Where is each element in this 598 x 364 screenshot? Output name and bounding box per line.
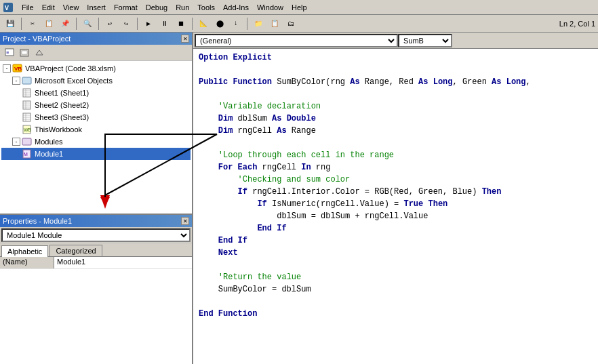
props-val-name[interactable]: Module1 <box>54 257 192 268</box>
toolbar-stop[interactable]: ⏹ <box>174 16 188 31</box>
tree-vbaproject-label: VBAProject (Code 38.xlsm) <box>25 64 116 73</box>
props-object-dropdown[interactable]: Module1 Module <box>1 228 191 242</box>
menu-tools[interactable]: Tools <box>193 2 219 13</box>
properties-titlebar: Properties - Module1 ✕ <box>0 215 192 227</box>
toolbar-pause[interactable]: ⏸ <box>157 16 172 31</box>
sheet1-icon <box>22 87 33 98</box>
menu-debug[interactable]: Debug <box>142 2 172 13</box>
tree-module1[interactable]: M Module1 <box>1 148 191 160</box>
toolbar-props[interactable]: 📋 <box>267 16 282 31</box>
project-close-button[interactable]: ✕ <box>181 35 189 43</box>
toolbar-run[interactable]: ▶ <box>141 16 156 31</box>
toolbar-find[interactable]: 🔍 <box>80 16 95 31</box>
svg-marker-6 <box>36 50 43 55</box>
tree-vbaproject[interactable]: - VB VBAProject (Code 38.xlsm) <box>1 62 191 75</box>
sep6 <box>247 18 247 30</box>
tree-sheet3[interactable]: Sheet3 (Sheet3) <box>1 111 191 123</box>
view-code-btn[interactable]: ≡ <box>3 47 16 59</box>
thisworkbook-icon: WB <box>22 124 33 135</box>
toggle-folders-btn[interactable] <box>33 47 46 59</box>
props-key-name: (Name) <box>0 257 54 268</box>
toolbar-redo[interactable]: ↪ <box>119 16 134 31</box>
proc-dropdown[interactable]: SumB <box>398 34 452 47</box>
menu-edit[interactable]: Edit <box>38 2 59 13</box>
app-logo: V <box>3 2 14 13</box>
props-table: (Name) Module1 <box>0 256 192 364</box>
sep2 <box>76 18 77 30</box>
cursor-position: Ln 2, Col 1 <box>559 20 595 28</box>
tree-sheet2-label: Sheet2 (Sheet2) <box>35 101 89 109</box>
toolbar-paste[interactable]: 📌 <box>58 16 73 31</box>
tab-categorized[interactable]: Categorized <box>49 245 102 256</box>
project-tree: - VB VBAProject (Code 38.xlsm) - Microso… <box>0 61 192 214</box>
svg-text:WB: WB <box>24 127 32 132</box>
toolbar-undo[interactable]: ↩ <box>102 16 117 31</box>
project-titlebar: Project - VBAProject ✕ <box>0 33 192 45</box>
tree-sheet1-label: Sheet1 (Sheet1) <box>35 89 89 97</box>
svg-text:≡: ≡ <box>6 50 9 56</box>
code-editor[interactable]: Option Explicit Public Function SumByCol… <box>193 49 598 364</box>
tree-sheet1[interactable]: Sheet1 (Sheet1) <box>1 87 191 99</box>
menu-run[interactable]: Run <box>172 2 193 13</box>
toolbar: 💾 ✂ 📋 📌 🔍 ↩ ↪ ▶ ⏸ ⏹ 📐 ⬤ ↓ 📁 📋 🗂 Ln 2, Co… <box>0 15 598 33</box>
toolbar-proj[interactable]: 📁 <box>251 16 266 31</box>
code-toolbar: (General) SumB <box>193 33 598 49</box>
tree-excel-objects-label: Microsoft Excel Objects <box>35 77 113 85</box>
view-object-btn[interactable] <box>18 47 31 59</box>
props-tabs: Alphabetic Categorized <box>0 243 192 256</box>
main-layout: Project - VBAProject ✕ ≡ - <box>0 33 598 364</box>
toolbar-obj[interactable]: 🗂 <box>283 16 298 31</box>
svg-text:M: M <box>24 152 28 157</box>
sheet2-icon <box>22 100 33 110</box>
props-toolbar: Module1 Module <box>0 227 192 243</box>
sep3 <box>98 18 99 30</box>
toolbar-copy[interactable]: 📋 <box>41 16 56 31</box>
toolbar-step[interactable]: ↓ <box>228 16 243 31</box>
menu-file[interactable]: File <box>18 2 38 13</box>
tab-alphabetic[interactable]: Alphabetic <box>1 245 48 257</box>
toolbar-cut[interactable]: ✂ <box>25 16 40 31</box>
project-toolbar: ≡ <box>0 45 192 61</box>
svg-rect-27 <box>22 138 31 145</box>
sheet3-icon <box>22 112 33 123</box>
sep1 <box>21 18 22 30</box>
toolbar-save[interactable]: 💾 <box>3 16 18 31</box>
menu-view[interactable]: View <box>59 2 83 13</box>
code-panel: (General) SumB Option Explicit Public Fu… <box>193 33 598 364</box>
tree-sheet2[interactable]: Sheet2 (Sheet2) <box>1 99 191 111</box>
menu-addins[interactable]: Add-Ins <box>219 2 253 13</box>
tree-thisworkbook-label: ThisWorkbook <box>35 125 82 134</box>
toolbar-design[interactable]: 📐 <box>196 16 211 31</box>
tree-modules[interactable]: - Modules <box>1 136 191 148</box>
tree-thisworkbook[interactable]: WB ThisWorkbook <box>1 123 191 136</box>
module1-icon: M <box>22 148 33 159</box>
expand-vbaproject[interactable]: - <box>3 64 11 73</box>
props-row-name: (Name) Module1 <box>0 257 192 269</box>
menu-window[interactable]: Window <box>253 2 287 13</box>
tree-excel-objects[interactable]: - Microsoft Excel Objects <box>1 75 191 87</box>
tree-sheet3-label: Sheet3 (Sheet3) <box>35 113 89 121</box>
project-title: Project - VBAProject <box>3 35 71 43</box>
excel-objects-icon <box>22 75 33 86</box>
sep4 <box>137 18 138 30</box>
tree-module1-label: Module1 <box>35 150 63 158</box>
object-dropdown[interactable]: (General) <box>195 34 398 47</box>
modules-icon <box>22 136 33 147</box>
expand-excel-objects[interactable]: - <box>12 77 20 85</box>
menu-insert[interactable]: Insert <box>83 2 110 13</box>
expand-modules[interactable]: - <box>12 138 20 146</box>
left-panel: Project - VBAProject ✕ ≡ - <box>0 33 193 364</box>
menu-bar: V File Edit View Insert Format Debug Run… <box>0 0 598 15</box>
menu-help[interactable]: Help <box>287 2 311 13</box>
project-window: Project - VBAProject ✕ ≡ - <box>0 33 192 215</box>
sep5 <box>192 18 193 30</box>
properties-window: Properties - Module1 ✕ Module1 Module Al… <box>0 215 192 364</box>
properties-close-button[interactable]: ✕ <box>181 217 189 225</box>
svg-text:V: V <box>5 5 9 12</box>
svg-rect-5 <box>22 51 27 54</box>
properties-title: Properties - Module1 <box>3 217 72 225</box>
menu-format[interactable]: Format <box>110 2 142 13</box>
toolbar-bp[interactable]: ⬤ <box>212 16 227 31</box>
svg-text:VB: VB <box>14 66 22 72</box>
tree-modules-label: Modules <box>35 138 63 146</box>
